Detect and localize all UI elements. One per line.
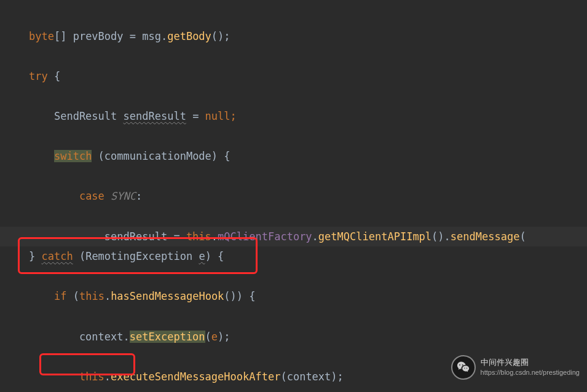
code-line: if (this.hasSendMessageHook()) { xyxy=(29,286,587,307)
watermark-url: https://blog.csdn.net/prestigeding xyxy=(481,367,580,377)
watermark-title: 中间件兴趣圈 xyxy=(481,358,580,367)
watermark-text: 中间件兴趣圈 https://blog.csdn.net/prestigedin… xyxy=(481,358,580,377)
code-line: } catch (RemotingException e) { xyxy=(29,246,587,267)
code-line-highlighted: sendResult = this.mQClientFactory.getMQC… xyxy=(0,227,587,247)
code-line: byte[] prevBody = msg.getBody(); xyxy=(29,26,587,47)
wechat-icon xyxy=(451,355,476,380)
code-line: try { xyxy=(29,66,587,87)
keyword-byte: byte xyxy=(29,30,54,42)
code-line: context.setException(e); xyxy=(29,327,587,347)
code-line: switch (communicationMode) { xyxy=(29,146,587,167)
code-line: case SYNC: xyxy=(29,186,587,206)
watermark: 中间件兴趣圈 https://blog.csdn.net/prestigedin… xyxy=(451,355,580,380)
code-editor[interactable]: byte[] prevBody = msg.getBody(); try { S… xyxy=(0,0,587,392)
code-line: SendResult sendResult = null; xyxy=(29,106,587,127)
